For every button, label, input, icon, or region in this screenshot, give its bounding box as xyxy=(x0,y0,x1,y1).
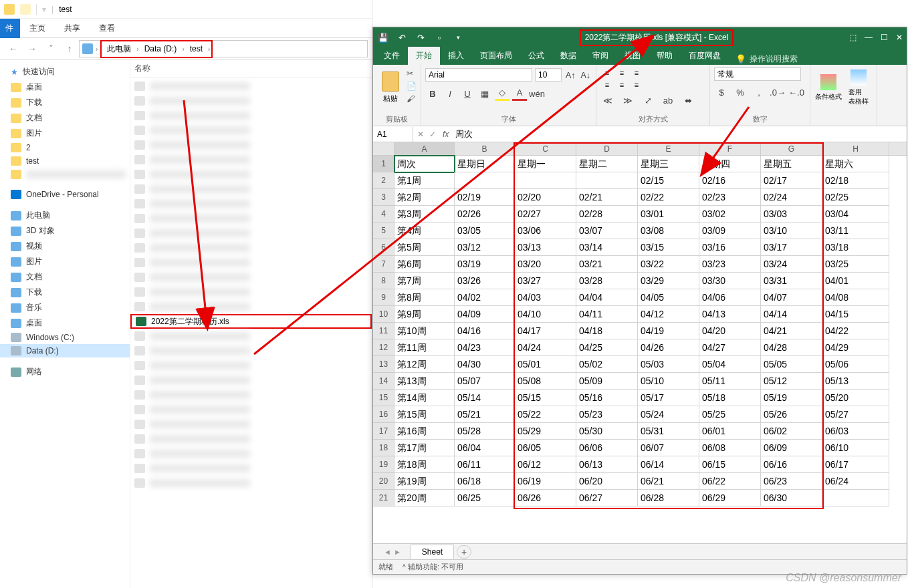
sidebar-item[interactable]: 2 xyxy=(0,141,130,154)
cell[interactable]: 05/12 xyxy=(761,373,822,390)
row-header[interactable]: 9 xyxy=(373,289,394,306)
row-header[interactable]: 13 xyxy=(373,356,394,373)
cell[interactable]: 05/11 xyxy=(699,373,761,390)
cell[interactable]: 04/25 xyxy=(576,339,638,356)
cell[interactable]: 03/09 xyxy=(699,223,761,239)
cell[interactable]: 06/12 xyxy=(515,456,576,473)
cell[interactable]: 04/23 xyxy=(455,339,515,356)
cell[interactable]: 04/11 xyxy=(576,306,638,323)
cell[interactable]: 星期日 xyxy=(455,156,515,172)
cell[interactable]: 04/29 xyxy=(822,339,889,356)
save-icon[interactable]: 💾 xyxy=(377,31,389,43)
column-header[interactable]: D xyxy=(576,142,638,155)
sidebar-item[interactable]: 3D 对象 xyxy=(0,223,130,239)
list-item[interactable] xyxy=(130,94,372,108)
cell[interactable]: 05/21 xyxy=(455,406,515,423)
cell[interactable]: 06/05 xyxy=(515,440,576,456)
cell[interactable]: 星期四 xyxy=(699,156,761,172)
cell[interactable]: 06/22 xyxy=(699,473,761,490)
list-item[interactable] xyxy=(130,343,372,358)
column-header[interactable]: F xyxy=(699,142,761,155)
cell[interactable]: 03/01 xyxy=(638,206,699,223)
row-header[interactable]: 16 xyxy=(373,406,394,423)
align-top-icon[interactable]: ≡ xyxy=(600,67,614,78)
list-item[interactable] xyxy=(130,211,372,226)
table-format-button[interactable]: 套用 表格样 xyxy=(845,67,873,108)
cell[interactable]: 第18周 xyxy=(394,456,455,473)
cell[interactable]: 04/26 xyxy=(638,339,699,356)
breadcrumb[interactable]: › 此电脑› Data (D:)› test› xyxy=(79,40,368,57)
crumb-thispc[interactable]: 此电脑 xyxy=(103,42,135,56)
copy-icon[interactable]: 📄 xyxy=(407,82,417,91)
cell[interactable]: 03/29 xyxy=(638,273,699,289)
cell[interactable]: 06/17 xyxy=(822,456,889,473)
cell[interactable]: 06/16 xyxy=(761,456,822,473)
cell[interactable]: 05/02 xyxy=(576,356,638,373)
name-box[interactable]: A1 xyxy=(373,127,413,142)
cell[interactable]: 04/21 xyxy=(761,323,822,339)
cell[interactable]: 04/28 xyxy=(761,339,822,356)
sb-blurred[interactable] xyxy=(0,168,130,181)
back-button[interactable]: ← xyxy=(4,40,23,57)
paste-button[interactable]: 粘贴 xyxy=(377,67,404,108)
border-button[interactable]: ▦ xyxy=(477,86,492,101)
cell[interactable]: 周次 xyxy=(394,156,455,172)
formula-input[interactable]: 周次 xyxy=(451,128,907,140)
sidebar-item[interactable]: 图片 xyxy=(0,254,130,269)
cell[interactable]: 05/23 xyxy=(576,406,638,423)
cell[interactable]: 第4周 xyxy=(394,223,455,239)
row-header[interactable]: 1 xyxy=(373,156,394,172)
cell[interactable]: 02/20 xyxy=(515,189,576,206)
cell[interactable]: 02/26 xyxy=(455,206,515,223)
cell[interactable]: 03/02 xyxy=(699,206,761,223)
cell[interactable]: 05/03 xyxy=(638,356,699,373)
row-header[interactable]: 17 xyxy=(373,423,394,440)
cell[interactable]: 06/19 xyxy=(515,473,576,490)
align-center-icon[interactable]: ≡ xyxy=(615,80,629,90)
list-item[interactable] xyxy=(130,285,372,299)
cell[interactable]: 02/15 xyxy=(638,172,699,189)
cell[interactable]: 06/27 xyxy=(576,490,638,506)
wrap-text-icon[interactable]: ab xyxy=(661,93,675,108)
cell[interactable]: 04/06 xyxy=(699,289,761,306)
list-item[interactable] xyxy=(130,255,372,270)
ribbon-display-icon[interactable]: ⬚ xyxy=(849,33,857,42)
ribbon-tab[interactable]: 百度网盘 xyxy=(681,47,729,65)
cell[interactable]: 06/13 xyxy=(576,456,638,473)
cell[interactable]: 03/25 xyxy=(822,256,889,273)
cell[interactable]: 04/20 xyxy=(699,323,761,339)
cell[interactable]: 06/21 xyxy=(638,473,699,490)
cell[interactable]: 03/26 xyxy=(455,273,515,289)
sidebar-item[interactable]: 下载 xyxy=(0,285,130,300)
list-item[interactable] xyxy=(130,123,372,138)
cell[interactable]: 02/21 xyxy=(576,189,638,206)
cell[interactable]: 05/22 xyxy=(515,406,576,423)
row-header[interactable]: 8 xyxy=(373,273,394,289)
cell[interactable]: 06/25 xyxy=(455,490,515,506)
up-button[interactable]: ↑ xyxy=(60,40,79,57)
row-header[interactable]: 12 xyxy=(373,339,394,356)
cell[interactable]: 03/15 xyxy=(638,239,699,256)
cell[interactable]: 05/28 xyxy=(455,423,515,440)
cell[interactable]: 03/19 xyxy=(455,256,515,273)
cell[interactable]: 05/05 xyxy=(761,356,822,373)
increase-font-icon[interactable]: A↑ xyxy=(564,67,577,82)
select-all-corner[interactable] xyxy=(373,142,394,155)
list-item[interactable] xyxy=(130,79,372,94)
cell[interactable]: 03/28 xyxy=(576,273,638,289)
cell[interactable]: 星期二 xyxy=(576,156,638,172)
cell[interactable]: 05/19 xyxy=(761,390,822,406)
cell[interactable]: 04/17 xyxy=(515,323,576,339)
ribbon-tab[interactable]: 帮助 xyxy=(649,47,681,65)
cell[interactable]: 第3周 xyxy=(394,206,455,223)
cell[interactable]: 06/11 xyxy=(455,456,515,473)
sidebar-item[interactable]: 视频 xyxy=(0,239,130,254)
column-header[interactable]: A xyxy=(394,142,455,155)
cell[interactable]: 06/01 xyxy=(699,423,761,440)
list-item[interactable] xyxy=(130,299,372,314)
recent-dropdown[interactable]: ˅ xyxy=(41,40,60,57)
sidebar-item[interactable]: 图片 xyxy=(0,126,130,141)
cell[interactable]: 04/02 xyxy=(455,289,515,306)
cell[interactable]: 03/11 xyxy=(822,223,889,239)
cell[interactable]: 06/09 xyxy=(761,440,822,456)
